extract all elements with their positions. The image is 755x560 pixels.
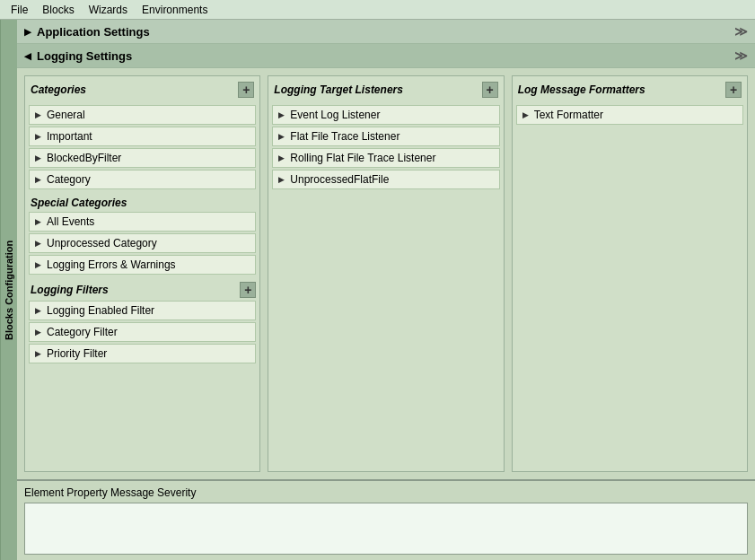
tree-item-logging-errors[interactable]: ▶ Logging Errors & Warnings — [29, 255, 256, 275]
menubar: File Blocks Wizards Environments — [0, 0, 755, 20]
tree-item-unprocessed-category[interactable]: ▶ Unprocessed Category — [29, 233, 256, 253]
special-categories-label: Special Categories — [29, 197, 256, 209]
logging-settings-label: Logging Settings — [37, 49, 132, 63]
tree-item-logging-enabled-filter[interactable]: ▶ Logging Enabled Filter — [29, 301, 256, 320]
formatters-add-button[interactable]: + — [725, 82, 742, 98]
app-settings-label: Application Settings — [37, 25, 150, 39]
menu-file[interactable]: File — [4, 2, 35, 18]
event-log-label: Event Log Listener — [290, 109, 380, 121]
categories-title: Categories — [31, 83, 86, 96]
bottom-panel-label: Element Property Message Severity — [24, 486, 748, 499]
tree-item-blocked-by-filter[interactable]: ▶ BlockedByFilter — [29, 148, 256, 168]
all-events-label: All Events — [47, 215, 94, 228]
bottom-panel: Element Property Message Severity — [17, 479, 755, 560]
important-arrow: ▶ — [35, 132, 41, 141]
formatters-column-header: Log Message Formatters + — [516, 80, 743, 100]
config-panel: ▶ Application Settings ≫ ◀ Logging Setti… — [17, 20, 755, 560]
logging-settings-chevron: ≫ — [734, 48, 748, 63]
general-label: General — [47, 109, 85, 121]
blocked-arrow: ▶ — [35, 153, 41, 162]
rolling-flat-file-arrow: ▶ — [278, 153, 285, 162]
general-arrow: ▶ — [35, 110, 41, 119]
tree-item-important[interactable]: ▶ Important — [29, 127, 256, 146]
flat-file-arrow: ▶ — [278, 132, 285, 141]
tree-item-rolling-flat-file[interactable]: ▶ Rolling Flat File Trace Listener — [272, 148, 499, 168]
logging-filters-label: Logging Filters — [29, 284, 109, 296]
text-formatter-label: Text Formatter — [534, 109, 603, 121]
listeners-title: Logging Target Listeners — [274, 83, 403, 96]
menu-environments[interactable]: Environments — [135, 2, 215, 18]
tree-item-unprocessed-flat-file[interactable]: ▶ UnprocessedFlatFile — [272, 170, 499, 189]
tree-item-general[interactable]: ▶ General — [29, 105, 256, 125]
logging-filters-add-button[interactable]: + — [240, 282, 256, 298]
app-settings-chevron: ≫ — [734, 24, 748, 39]
logging-settings-header[interactable]: ◀ Logging Settings ≫ — [17, 44, 755, 68]
bottom-panel-textbox[interactable] — [24, 503, 748, 555]
categories-column-header: Categories + — [29, 80, 256, 100]
logging-enabled-label: Logging Enabled Filter — [47, 304, 154, 317]
priority-filter-arrow: ▶ — [35, 349, 41, 358]
tree-item-all-events[interactable]: ▶ All Events — [29, 212, 256, 232]
content-area: Categories + ▶ General ▶ Important ▶ B — [17, 68, 755, 479]
blocked-label: BlockedByFilter — [47, 152, 121, 164]
category-label: Category — [47, 173, 91, 186]
categories-add-button[interactable]: + — [238, 82, 254, 98]
categories-column: Categories + ▶ General ▶ Important ▶ B — [24, 75, 260, 472]
formatters-title: Log Message Formatters — [518, 83, 645, 96]
listeners-column-header: Logging Target Listeners + — [272, 80, 499, 100]
listeners-column: Logging Target Listeners + ▶ Event Log L… — [268, 75, 504, 472]
rolling-flat-file-label: Rolling Flat File Trace Listener — [290, 152, 435, 164]
unprocessed-flat-file-label: UnprocessedFlatFile — [290, 173, 389, 186]
logging-settings-arrow: ◀ — [24, 51, 31, 61]
tree-item-text-formatter[interactable]: ▶ Text Formatter — [516, 105, 743, 125]
menu-wizards[interactable]: Wizards — [82, 2, 135, 18]
listeners-add-button[interactable]: + — [482, 82, 498, 98]
unprocessed-arrow: ▶ — [35, 239, 41, 248]
menu-blocks[interactable]: Blocks — [35, 2, 81, 18]
flat-file-label: Flat File Trace Listener — [290, 130, 399, 143]
tree-item-flat-file[interactable]: ▶ Flat File Trace Listener — [272, 127, 499, 146]
tree-item-priority-filter[interactable]: ▶ Priority Filter — [29, 344, 256, 363]
tree-item-category-filter[interactable]: ▶ Category Filter — [29, 322, 256, 342]
tree-item-event-log[interactable]: ▶ Event Log Listener — [272, 105, 499, 125]
tree-area: ▶ Application Settings ≫ ◀ Logging Setti… — [17, 20, 755, 479]
main-wrapper: Blocks Configuration ▶ Application Setti… — [0, 20, 755, 560]
tree-item-category[interactable]: ▶ Category — [29, 170, 256, 189]
application-settings-header[interactable]: ▶ Application Settings ≫ — [17, 20, 755, 44]
unprocessed-flat-file-arrow: ▶ — [278, 175, 285, 184]
category-arrow: ▶ — [35, 175, 41, 184]
all-events-arrow: ▶ — [35, 217, 41, 226]
category-filter-arrow: ▶ — [35, 328, 41, 337]
logging-errors-arrow: ▶ — [35, 260, 41, 269]
logging-errors-label: Logging Errors & Warnings — [47, 258, 176, 271]
formatters-column: Log Message Formatters + ▶ Text Formatte… — [512, 75, 748, 472]
logging-filters-header: Logging Filters + — [29, 282, 256, 298]
text-formatter-arrow: ▶ — [522, 110, 529, 119]
priority-filter-label: Priority Filter — [47, 347, 107, 360]
important-label: Important — [47, 130, 92, 143]
event-log-arrow: ▶ — [278, 110, 285, 119]
category-filter-label: Category Filter — [47, 326, 118, 338]
vertical-label: Blocks Configuration — [0, 20, 17, 560]
unprocessed-label: Unprocessed Category — [47, 237, 157, 249]
app-settings-arrow: ▶ — [24, 27, 31, 37]
logging-enabled-arrow: ▶ — [35, 306, 41, 315]
